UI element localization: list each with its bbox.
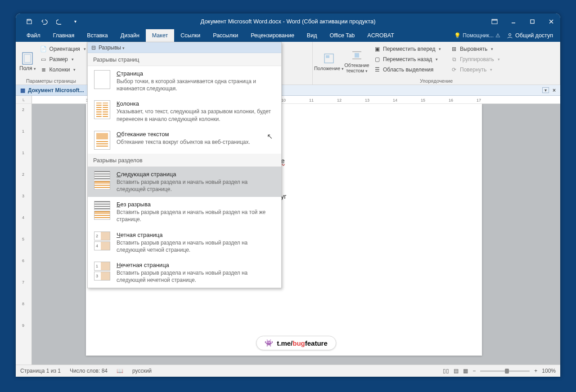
ribbon-display-button[interactable] bbox=[486, 15, 504, 28]
break-odd-page-item[interactable]: 13 Нечетная страница Вставить разрыв раз… bbox=[88, 258, 281, 288]
selection-pane-button[interactable]: ☰Область выделения bbox=[372, 65, 446, 74]
zoom-value[interactable]: 100% bbox=[542, 368, 556, 374]
word-count-status[interactable]: Число слов: 84 bbox=[70, 368, 108, 374]
save-icon[interactable] bbox=[26, 18, 33, 25]
tab-view[interactable]: Вид bbox=[301, 29, 324, 42]
odd-page-break-icon: 13 bbox=[94, 262, 110, 281]
print-layout-button[interactable]: ▤ bbox=[454, 368, 459, 374]
tab-insert[interactable]: Вставка bbox=[81, 29, 114, 42]
tab-review[interactable]: Рецензирование bbox=[244, 29, 301, 42]
language-status[interactable]: русский bbox=[132, 368, 152, 374]
orientation-icon: 📄 bbox=[40, 45, 47, 53]
send-backward-icon: ▢ bbox=[374, 56, 381, 63]
close-button[interactable] bbox=[542, 15, 560, 28]
column-break-icon bbox=[94, 100, 110, 119]
arrange-group-label: Упорядочение bbox=[316, 77, 556, 84]
vertical-ruler[interactable]: 21123456789 bbox=[16, 104, 32, 365]
align-icon: ⊞ bbox=[450, 45, 458, 53]
section-breaks-section-label: Разрывы разделов bbox=[88, 154, 281, 167]
svg-point-5 bbox=[509, 34, 511, 36]
word-window: ▾ Документ Microsoft Word.docx - Word (С… bbox=[16, 13, 560, 377]
ruler-corner: L bbox=[16, 96, 32, 103]
even-page-break-icon: 24 bbox=[94, 232, 110, 250]
break-wrapping-item[interactable]: Обтекание текстом Обтекание текста вокру… bbox=[88, 127, 281, 154]
redo-icon[interactable] bbox=[56, 18, 63, 25]
orientation-button[interactable]: 📄Ориентация bbox=[39, 45, 87, 53]
margins-button[interactable]: Поля bbox=[19, 44, 36, 77]
wrap-text-icon bbox=[351, 49, 363, 62]
columns-button[interactable]: ≣Колонки bbox=[39, 65, 87, 74]
svg-rect-7 bbox=[24, 54, 31, 62]
margins-icon bbox=[21, 52, 34, 64]
read-mode-button[interactable]: ▯▯ bbox=[443, 368, 449, 374]
break-column-item[interactable]: Колонка Указывает, что текст, следующий … bbox=[88, 96, 281, 126]
selection-pane-icon: ☰ bbox=[374, 66, 381, 73]
quick-access-toolbar: ▾ bbox=[16, 18, 79, 25]
svg-rect-9 bbox=[326, 55, 329, 58]
zoom-out-button[interactable]: − bbox=[472, 368, 476, 374]
tab-acrobat[interactable]: ACROBAT bbox=[361, 29, 400, 42]
alien-icon: 👾 bbox=[265, 339, 273, 347]
tab-menu-button[interactable]: ▾ bbox=[542, 87, 549, 93]
breaks-icon: ⊟ bbox=[91, 45, 96, 51]
tab-layout[interactable]: Макет bbox=[146, 29, 174, 42]
break-even-page-item[interactable]: 24 Четная страница Вставить разрыв разде… bbox=[88, 227, 281, 258]
send-backward-button[interactable]: ▢Переместить назад bbox=[372, 55, 446, 64]
tab-officetab[interactable]: Office Tab bbox=[323, 29, 361, 42]
rotate-button[interactable]: ⟳Повернуть bbox=[449, 65, 508, 74]
person-icon bbox=[507, 32, 513, 39]
document-tab[interactable]: ▦ Документ Microsoft... bbox=[16, 85, 89, 95]
word-doc-icon: ▦ bbox=[20, 87, 25, 94]
watermark-badge: 👾 t.me/bugfeature bbox=[256, 336, 336, 350]
svg-rect-0 bbox=[28, 19, 30, 21]
tab-file[interactable]: Файл bbox=[20, 29, 47, 42]
align-button[interactable]: ⊞Выровнять bbox=[449, 45, 508, 53]
tab-home[interactable]: Главная bbox=[47, 29, 81, 42]
page-count-status[interactable]: Страница 1 из 1 bbox=[20, 368, 61, 374]
tab-design[interactable]: Дизайн bbox=[114, 29, 146, 42]
size-icon: ▭ bbox=[40, 56, 47, 63]
tab-references[interactable]: Ссылки bbox=[174, 29, 207, 42]
tab-mailings[interactable]: Рассылки bbox=[207, 29, 244, 42]
tab-close-button[interactable]: × bbox=[551, 87, 558, 94]
svg-rect-10 bbox=[355, 53, 359, 58]
web-layout-button[interactable]: ▦ bbox=[463, 368, 468, 374]
share-button[interactable]: Общий доступ bbox=[502, 32, 558, 39]
break-next-page-item[interactable]: Следующая страница Вставить разрыв разде… bbox=[88, 167, 281, 197]
svg-rect-2 bbox=[492, 19, 497, 21]
size-button[interactable]: ▭Размер bbox=[39, 55, 87, 64]
group-icon: ⧉ bbox=[450, 56, 458, 63]
undo-icon[interactable] bbox=[41, 18, 48, 25]
zoom-slider[interactable] bbox=[480, 370, 530, 372]
tell-me-search[interactable]: 💡 Помощник... ⚠ bbox=[454, 32, 500, 39]
ribbon: Поля 📄Ориентация ▭Размер ≣Колонки Параме… bbox=[16, 42, 560, 85]
rotate-icon: ⟳ bbox=[450, 66, 458, 73]
wrap-text-button[interactable]: Обтекание текстом bbox=[344, 44, 369, 77]
zoom-in-button[interactable]: + bbox=[534, 368, 537, 374]
position-button[interactable]: Положение bbox=[316, 44, 342, 77]
maximize-button[interactable] bbox=[523, 15, 541, 28]
text-wrapping-break-icon bbox=[94, 131, 110, 150]
page-setup-group-label: Параметры страницы bbox=[19, 77, 83, 84]
page-breaks-section-label: Разрывы страниц bbox=[88, 53, 281, 66]
continuous-break-icon bbox=[94, 201, 110, 220]
titlebar: ▾ Документ Microsoft Word.docx - Word (С… bbox=[16, 13, 560, 29]
proofing-icon[interactable]: 📖 bbox=[117, 368, 123, 374]
break-continuous-item[interactable]: Без разрыва Вставить разрыв раздела и на… bbox=[88, 197, 281, 227]
ribbon-tabs: Файл Главная Вставка Дизайн Макет Ссылки… bbox=[16, 29, 560, 42]
position-icon bbox=[323, 52, 335, 65]
next-page-break-icon bbox=[94, 171, 110, 190]
minimize-button[interactable] bbox=[504, 15, 522, 28]
bring-forward-icon: ▣ bbox=[374, 45, 381, 53]
window-title: Документ Microsoft Word.docx - Word (Сбо… bbox=[200, 18, 375, 25]
break-page-item[interactable]: Страница Выбор точки, в которой заканчив… bbox=[88, 66, 281, 96]
svg-rect-4 bbox=[531, 20, 534, 23]
qat-more-icon[interactable]: ▾ bbox=[72, 18, 79, 25]
bring-forward-button[interactable]: ▣Переместить вперед bbox=[372, 45, 446, 53]
breaks-dropdown: ⊟ Разрывы Разрывы страниц Страница Выбор… bbox=[87, 42, 282, 288]
warning-icon: ⚠ bbox=[495, 32, 500, 39]
breaks-button[interactable]: ⊟ Разрывы bbox=[88, 42, 281, 53]
page-break-icon bbox=[94, 70, 110, 89]
columns-icon: ≣ bbox=[40, 66, 47, 73]
group-button[interactable]: ⧉Группировать bbox=[449, 55, 508, 64]
